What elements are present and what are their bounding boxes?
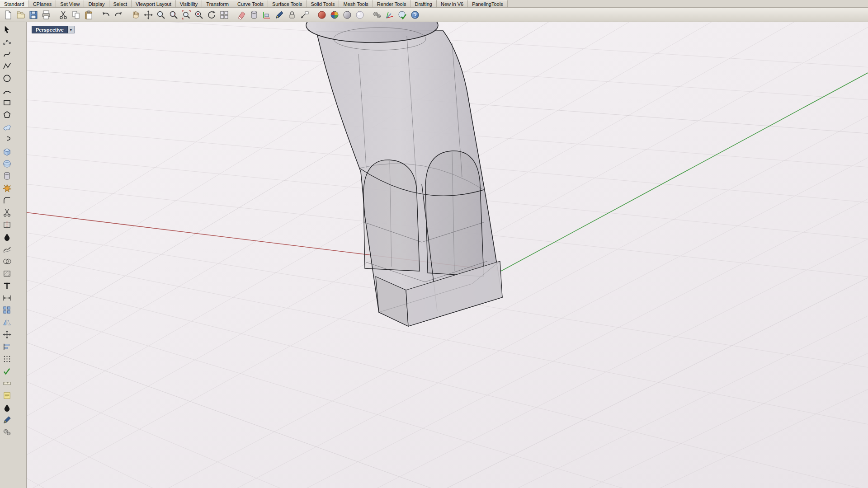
rectangle-icon[interactable] xyxy=(1,97,13,108)
notes-icon[interactable] xyxy=(1,390,13,401)
main-tool-sidebar xyxy=(0,22,27,488)
sphere-icon[interactable] xyxy=(1,158,13,169)
rotate-view-icon[interactable] xyxy=(205,9,217,21)
new-file-icon[interactable] xyxy=(2,9,14,21)
curve-icon[interactable] xyxy=(1,48,13,60)
axes-widget-icon[interactable] xyxy=(383,9,396,21)
array-icon[interactable] xyxy=(1,305,13,316)
rendered-display-icon[interactable] xyxy=(316,9,328,21)
tab-new-in-v6[interactable]: New in V6 xyxy=(437,0,468,7)
paste-icon[interactable] xyxy=(82,9,94,21)
control-points-icon[interactable] xyxy=(1,36,13,47)
toolbar-tab-bar: Standard CPlanes Set View Display Select… xyxy=(0,0,868,8)
help-icon[interactable] xyxy=(409,9,421,21)
3d-object[interactable] xyxy=(306,8,502,326)
hatch-icon[interactable] xyxy=(1,268,13,279)
zoom-extents-icon[interactable] xyxy=(180,9,192,21)
measure-icon[interactable] xyxy=(1,378,13,389)
arc-icon[interactable] xyxy=(1,85,13,96)
circle-icon[interactable] xyxy=(1,73,13,84)
update-check-icon[interactable] xyxy=(396,9,408,21)
toolbar-separator xyxy=(125,9,129,21)
move-view-icon[interactable] xyxy=(142,9,154,21)
delete-icon[interactable] xyxy=(235,9,247,21)
undo-icon[interactable] xyxy=(99,9,112,21)
cut-icon[interactable] xyxy=(57,9,69,21)
check-icon[interactable] xyxy=(1,366,13,377)
render-globe-icon[interactable] xyxy=(328,9,340,21)
surface-icon[interactable] xyxy=(1,122,13,133)
toolbar-separator xyxy=(95,9,99,21)
curve-boolean-icon[interactable] xyxy=(1,256,13,267)
tab-select[interactable]: Select xyxy=(109,0,132,7)
tab-drafting[interactable]: Drafting xyxy=(410,0,437,7)
mirror-icon[interactable] xyxy=(1,317,13,328)
viewport-canvas[interactable] xyxy=(0,0,868,488)
point-grid-icon[interactable] xyxy=(1,353,13,365)
align-icon[interactable] xyxy=(1,341,13,352)
redo-icon[interactable] xyxy=(112,9,124,21)
viewport-title-dropdown[interactable]: ▾ xyxy=(68,26,75,33)
move-icon[interactable] xyxy=(1,329,13,340)
tab-surface-tools[interactable]: Surface Tools xyxy=(268,0,307,7)
lock-icon[interactable] xyxy=(286,9,298,21)
toolbar-separator xyxy=(52,9,57,21)
zoom-window-icon[interactable] xyxy=(167,9,179,21)
tab-standard[interactable]: Standard xyxy=(0,0,29,7)
chevron-down-icon: ▾ xyxy=(70,28,72,32)
tab-visibility[interactable]: Visibility xyxy=(176,0,203,7)
box-icon[interactable] xyxy=(1,146,13,157)
viewport-title-button[interactable]: Perspective xyxy=(32,26,68,33)
standard-toolbar xyxy=(0,8,868,22)
pen-icon[interactable] xyxy=(273,9,285,21)
dimension-icon[interactable] xyxy=(1,292,13,304)
zoom-dynamic-icon[interactable] xyxy=(155,9,167,21)
hide-icon[interactable] xyxy=(248,9,260,21)
cplane-icon[interactable] xyxy=(260,9,273,21)
eyedropper-icon[interactable] xyxy=(1,402,13,413)
trim-icon[interactable] xyxy=(1,207,13,218)
shaded-display-icon[interactable] xyxy=(341,9,353,21)
tab-solid-tools[interactable]: Solid Tools xyxy=(307,0,339,7)
revolve-icon[interactable] xyxy=(1,134,13,145)
tab-viewport-layout[interactable]: Viewport Layout xyxy=(132,0,176,7)
tab-display[interactable]: Display xyxy=(84,0,109,7)
explode-icon[interactable] xyxy=(1,183,13,194)
tab-panelingtools[interactable]: PanelingTools xyxy=(468,0,508,7)
pan-icon[interactable] xyxy=(129,9,142,21)
toolbar-separator xyxy=(311,9,315,21)
tab-set-view[interactable]: Set View xyxy=(56,0,84,7)
print-icon[interactable] xyxy=(40,9,52,21)
save-icon[interactable] xyxy=(27,9,39,21)
cylinder-icon[interactable] xyxy=(1,170,13,182)
tab-mesh-tools[interactable]: Mesh Tools xyxy=(339,0,373,7)
gears-icon[interactable] xyxy=(1,427,13,438)
viewport-title: Perspective ▾ xyxy=(32,26,75,33)
polygon-icon[interactable] xyxy=(1,109,13,121)
fillet-icon[interactable] xyxy=(1,195,13,206)
pen-tool-icon[interactable] xyxy=(1,414,13,426)
named-views-icon[interactable] xyxy=(218,9,230,21)
tab-curve-tools[interactable]: Curve Tools xyxy=(233,0,268,7)
select-icon[interactable] xyxy=(1,24,13,35)
text-icon[interactable] xyxy=(1,280,13,291)
leader-icon[interactable] xyxy=(298,9,311,21)
split-icon[interactable] xyxy=(1,219,13,230)
open-file-icon[interactable] xyxy=(14,9,27,21)
copy-icon[interactable] xyxy=(70,9,82,21)
blend-icon[interactable] xyxy=(1,244,13,255)
ghosted-display-icon[interactable] xyxy=(354,9,366,21)
y-axis xyxy=(501,73,868,271)
toolbar-separator xyxy=(366,9,370,21)
zoom-selected-icon[interactable] xyxy=(193,9,205,21)
tab-transform[interactable]: Transform xyxy=(202,0,233,7)
toolbar-separator xyxy=(231,9,235,21)
tab-render-tools[interactable]: Render Tools xyxy=(373,0,411,7)
polyline-icon[interactable] xyxy=(1,61,13,72)
options-gears-icon[interactable] xyxy=(371,9,383,21)
tab-cplanes[interactable]: CPlanes xyxy=(29,0,57,7)
drop-point-icon[interactable] xyxy=(1,231,13,243)
